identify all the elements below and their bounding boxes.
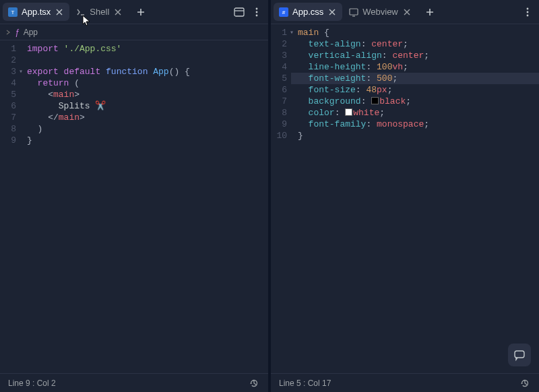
tab-webview[interactable]: Webview [344,3,417,21]
tab-app-tsx[interactable]: T App.tsx [3,3,69,21]
close-icon[interactable] [113,7,123,17]
left-statusbar: Line 9 : Col 2 [0,373,268,392]
close-icon[interactable] [55,7,64,17]
history-icon[interactable] [519,377,531,389]
right-tabbar: # App.css Webview [271,0,539,24]
svg-rect-12 [515,351,524,358]
right-gutter: 1▾2345678910 [271,24,291,373]
left-editor[interactable]: 123▾456789 import './App.css'export defa… [0,40,268,373]
left-gutter: 123▾456789 [0,40,20,373]
breadcrumb-symbol: App [24,28,38,37]
close-icon[interactable] [327,7,337,17]
left-tabbar: T App.tsx Shell [0,0,268,24]
left-pane: T App.tsx Shell [0,0,268,392]
webview-icon [349,7,358,17]
svg-point-3 [256,7,258,9]
svg-text:#: # [282,9,286,15]
new-tab-button[interactable] [132,3,150,21]
react-file-icon: T [8,7,18,17]
tab-label: App.tsx [22,7,51,17]
right-statusbar: Line 5 : Col 17 [271,373,539,392]
tab-shell[interactable]: Shell [71,3,128,21]
more-icon[interactable] [248,3,265,21]
new-tab-button[interactable] [421,3,439,21]
svg-point-5 [256,14,258,16]
cursor-position[interactable]: Line 9 : Col 2 [8,379,56,388]
tab-app-css[interactable]: # App.css [274,3,342,21]
history-icon[interactable] [248,377,260,389]
more-icon[interactable] [519,3,536,21]
right-pane: # App.css Webview 1▾2345678910 main { te… [271,0,539,392]
svg-point-10 [527,11,529,13]
css-file-icon: # [279,7,288,17]
tab-label: App.css [292,7,323,17]
right-editor[interactable]: 1▾2345678910 main { text-align: center; … [271,24,539,373]
left-code[interactable]: import './App.css'export default functio… [20,40,268,373]
chat-button[interactable] [508,344,531,366]
tab-label: Webview [362,7,398,17]
cursor-position[interactable]: Line 5 : Col 17 [279,379,331,388]
svg-rect-8 [350,9,358,15]
function-icon: ƒ [15,28,20,37]
svg-text:T: T [11,9,15,15]
chevron-right-icon [5,28,11,37]
tab-label: Shell [90,7,109,17]
shell-icon [76,7,86,17]
panel-layout-button[interactable] [230,3,248,21]
right-code[interactable]: main { text-align: center; vertical-alig… [291,24,539,373]
close-icon[interactable] [402,7,412,17]
svg-point-4 [256,11,258,13]
svg-rect-2 [234,8,244,16]
svg-point-9 [527,7,529,9]
svg-point-11 [527,14,529,16]
breadcrumb[interactable]: ƒ App [0,24,268,40]
